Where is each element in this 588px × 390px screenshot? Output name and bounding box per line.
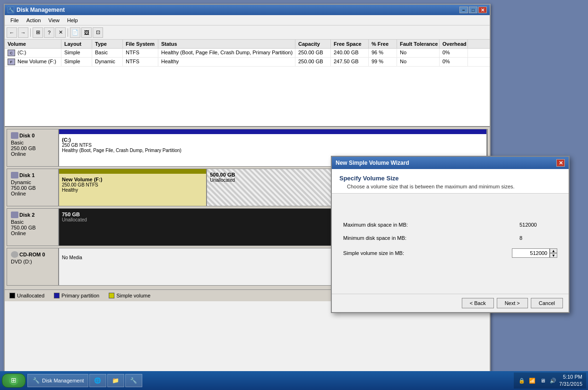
field-value-min: 8 <box>519 235 557 241</box>
restore-button[interactable]: □ <box>469 7 477 13</box>
vol-icon-0: C <box>8 50 15 56</box>
tray-icon-network[interactable]: 📶 <box>528 376 536 385</box>
legend-box-simple <box>109 293 114 298</box>
window-title: Disk Management <box>17 7 459 13</box>
disk-drive-icon <box>11 132 18 139</box>
disk-icon-0: Disk 0 <box>11 132 54 139</box>
dialog-field-size: Simple volume size in MB: ▲ ▼ <box>343 248 557 258</box>
title-bar: 🔧 Disk Management − □ ✕ <box>5 5 490 15</box>
cell-pct-0: 96 % <box>369 49 397 57</box>
tray-icon-display[interactable]: 🖥 <box>538 376 547 385</box>
legend-item-primary: Primary partition <box>54 293 99 298</box>
toolbar-forward[interactable]: → <box>18 27 28 38</box>
start-button[interactable]: ⊞ <box>2 373 26 388</box>
dialog-header: Specify Volume Size Choose a volume size… <box>332 169 569 194</box>
volumes-table: Volume Layout Type File System Status Ca… <box>5 40 490 127</box>
minimize-button[interactable]: − <box>459 7 468 13</box>
taskbar-item-ie[interactable]: 🌐 <box>89 374 106 387</box>
disk-label-0: Disk 0 Basic 250.00 GB Online <box>7 129 59 167</box>
cell-fs-1: NTFS <box>123 58 158 66</box>
disk-drive-icon-2 <box>11 212 18 218</box>
disk-icon-2: Disk 2 <box>11 212 54 218</box>
spin-down-button[interactable]: ▼ <box>550 253 557 258</box>
back-button[interactable]: < Back <box>462 298 494 308</box>
taskbar-item-disk-mgmt[interactable]: 🔧 Disk Management <box>27 374 88 387</box>
toolbar-btn6[interactable]: 📄 <box>70 27 80 38</box>
col-type: Type <box>92 40 123 48</box>
toolbar-sep1 <box>30 28 31 37</box>
col-filesystem: File System <box>123 40 158 48</box>
disk-label-cdrom: CD-ROM 0 DVD (D:) <box>7 248 59 286</box>
cell-status-1: Healthy <box>158 58 295 66</box>
col-overhead: Overhead <box>440 40 468 48</box>
cell-type-0: Basic <box>92 49 123 57</box>
toolbar-btn5[interactable]: ✕ <box>55 27 66 38</box>
col-capacity: Capacity <box>295 40 331 48</box>
field-label-min: Minimum disk space in MB: <box>343 235 519 241</box>
table-header: Volume Layout Type File System Status Ca… <box>5 40 490 49</box>
spin-up-button[interactable]: ▲ <box>550 248 557 253</box>
partition-bar-1-0 <box>59 169 206 174</box>
menu-action[interactable]: Action <box>23 17 45 24</box>
cd-drive-icon <box>11 251 18 258</box>
disk-label-1: Disk 1 Dynamic 750.00 GB Online <box>7 169 59 206</box>
legend-item-unallocated: Unallocated <box>9 293 44 298</box>
toolbar-btn8[interactable]: ⊡ <box>93 27 103 38</box>
toolbar-btn4[interactable]: ? <box>44 27 54 38</box>
toolbar-btn3[interactable]: ⊞ <box>33 27 43 38</box>
cancel-button[interactable]: Cancel <box>531 298 563 308</box>
cell-pct-1: 99 % <box>369 58 397 66</box>
dialog-close-button[interactable]: ✕ <box>556 159 565 167</box>
dialog-title-text: New Simple Volume Wizard <box>336 160 556 166</box>
cell-cap-0: 250.00 GB <box>295 49 331 57</box>
tray-clock[interactable]: 5:10 PM 7/31/2015 <box>559 373 582 388</box>
legend-item-simple: Simple volume <box>109 293 150 298</box>
toolbar-back[interactable]: ← <box>7 27 17 38</box>
toolbar-btn7[interactable]: 🖼 <box>81 27 92 38</box>
menu-file[interactable]: File <box>7 17 23 24</box>
taskbar-tools-icon: 🔧 <box>130 376 138 385</box>
title-bar-buttons: − □ ✕ <box>459 7 487 13</box>
taskbar-items: 🔧 Disk Management 🌐 📁 🔧 <box>27 374 514 387</box>
taskbar-item-tools[interactable]: 🔧 <box>125 374 142 387</box>
menu-view[interactable]: View <box>44 17 63 24</box>
app-icon: 🔧 <box>8 7 14 13</box>
taskbar-disk-icon: 🔧 <box>32 376 40 385</box>
size-input[interactable] <box>512 248 550 258</box>
cell-free-0: 240.00 GB <box>331 49 369 57</box>
disk-label-2: Disk 2 Basic 750.00 GB Online <box>7 208 59 246</box>
dialog-field-max: Maximum disk space in MB: 512000 <box>343 222 557 228</box>
col-volume: Volume <box>5 40 61 48</box>
tray-icon-security[interactable]: 🔒 <box>518 376 526 385</box>
close-button[interactable]: ✕ <box>478 7 487 13</box>
dialog-field-min: Minimum disk space in MB: 8 <box>343 235 557 241</box>
svg-text:⊞: ⊞ <box>11 376 17 384</box>
spin-buttons: ▲ ▼ <box>550 248 557 258</box>
next-button[interactable]: Next > <box>497 298 528 308</box>
cell-volume-0: C (C:) <box>5 49 61 57</box>
dialog-body: Maximum disk space in MB: 512000 Minimum… <box>332 194 569 294</box>
table-row[interactable]: F New Volume (F:) Simple Dynamic NTFS He… <box>5 58 490 67</box>
menu-bar: File Action View Help <box>5 15 490 25</box>
start-logo-icon: ⊞ <box>8 375 19 386</box>
taskbar: ⊞ 🔧 Disk Management 🌐 📁 🔧 🔒 📶 🖥 🔊 5:10 P… <box>0 371 588 390</box>
cell-ft-1: No <box>397 58 440 66</box>
cell-cap-1: 250.00 GB <box>295 58 331 66</box>
table-row[interactable]: C (C:) Simple Basic NTFS Healthy (Boot, … <box>5 49 490 58</box>
dialog-heading: Specify Volume Size <box>339 175 561 182</box>
partition-1-0[interactable]: New Volume (F:) 250.00 GB NTFS Healthy <box>59 169 207 206</box>
cell-fs-0: NTFS <box>123 49 158 57</box>
taskbar-folder-icon: 📁 <box>112 376 120 385</box>
cell-layout-1: Simple <box>61 58 92 66</box>
field-label-max: Maximum disk space in MB: <box>343 222 519 228</box>
menu-help[interactable]: Help <box>63 17 82 24</box>
legend-box-primary <box>54 293 60 298</box>
cell-volume-1: F New Volume (F:) <box>5 58 61 66</box>
dialog-footer: < Back Next > Cancel <box>332 294 569 312</box>
toolbar-sep2 <box>68 28 68 37</box>
taskbar-item-explorer[interactable]: 📁 <box>107 374 124 387</box>
cell-type-1: Dynamic <box>92 58 123 66</box>
tray-icon-volume[interactable]: 🔊 <box>549 376 557 385</box>
disk-icon-1: Disk 1 <box>11 172 54 178</box>
cell-oh-1: 0% <box>440 58 468 66</box>
